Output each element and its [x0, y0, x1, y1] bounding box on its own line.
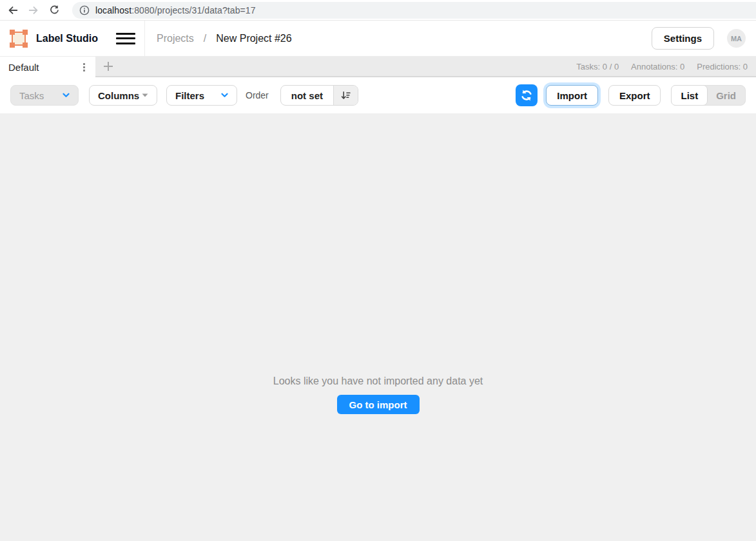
- filters-dropdown[interactable]: Filters: [166, 85, 237, 106]
- sync-icon: [520, 89, 533, 102]
- data-manager-toolbar: Tasks Columns Filters Order not set: [0, 77, 756, 113]
- project-counters: Tasks: 0 / 0 Annotations: 0 Predictions:…: [576, 62, 756, 71]
- app-title: Label Studio: [36, 33, 98, 44]
- header-divider: [144, 21, 145, 57]
- reload-icon: [49, 5, 60, 15]
- go-to-import-button[interactable]: Go to import: [337, 395, 420, 414]
- caret-down-icon: [142, 93, 148, 97]
- tasks-dropdown[interactable]: Tasks: [10, 85, 79, 106]
- browser-forward-button[interactable]: [26, 3, 41, 18]
- url-text: localhost:8080/projects/31/data?tab=17: [95, 5, 256, 15]
- kebab-icon[interactable]: [79, 61, 89, 73]
- menu-icon[interactable]: [116, 32, 135, 45]
- avatar[interactable]: MA: [727, 29, 746, 48]
- sort-desc-icon: [340, 90, 351, 101]
- order-value-dropdown[interactable]: not set: [281, 86, 333, 105]
- columns-dropdown-label: Columns: [98, 90, 139, 101]
- header-actions: Settings MA: [652, 27, 756, 50]
- import-button[interactable]: Import: [546, 85, 598, 106]
- forward-icon: [28, 5, 39, 16]
- back-icon: [7, 5, 19, 16]
- breadcrumb-projects-link[interactable]: Projects: [157, 33, 194, 44]
- chevron-down-icon: [221, 93, 228, 98]
- columns-dropdown[interactable]: Columns: [89, 85, 157, 106]
- browser-toolbar: localhost:8080/projects/31/data?tab=17: [0, 0, 756, 21]
- url-host: localhost: [95, 5, 131, 15]
- empty-state-message: Looks like you have not imported any dat…: [273, 375, 483, 387]
- data-manager-content: Looks like you have not imported any dat…: [0, 113, 756, 541]
- tasks-dropdown-label: Tasks: [19, 90, 44, 101]
- add-tab-button[interactable]: [95, 57, 121, 76]
- tab-default-label: Default: [8, 62, 39, 73]
- page-title: New Project #26: [216, 33, 291, 44]
- browser-back-button[interactable]: [5, 3, 21, 18]
- view-grid-button[interactable]: Grid: [707, 86, 745, 105]
- order-label: Order: [246, 90, 269, 100]
- label-studio-logo-icon: [10, 30, 28, 48]
- sort-direction-button[interactable]: [333, 86, 358, 105]
- page-info-icon[interactable]: [79, 5, 90, 15]
- app-header: Label Studio Projects / New Project #26 …: [0, 21, 756, 57]
- annotations-counter: Annotations: 0: [631, 62, 684, 71]
- predictions-counter: Predictions: 0: [697, 62, 748, 71]
- tab-default[interactable]: Default: [0, 57, 95, 77]
- refresh-button[interactable]: [516, 84, 538, 106]
- export-button[interactable]: Export: [608, 85, 661, 106]
- address-bar[interactable]: localhost:8080/projects/31/data?tab=17: [72, 2, 756, 19]
- tasks-counter: Tasks: 0 / 0: [576, 62, 619, 71]
- order-control: not set: [280, 85, 358, 106]
- label-studio-window: localhost:8080/projects/31/data?tab=17 L…: [0, 0, 756, 541]
- tab-strip: Tasks: 0 / 0 Annotations: 0 Predictions:…: [95, 57, 756, 77]
- view-list-button[interactable]: List: [671, 85, 708, 106]
- add-tab-icon: [102, 61, 114, 72]
- url-path: :8080/projects/31/data?tab=17: [131, 5, 255, 15]
- breadcrumb: Projects / New Project #26: [157, 33, 292, 44]
- chevron-down-icon: [63, 93, 70, 98]
- view-tabs-bar: Default Tasks: 0 / 0 Annotations: 0 Pred…: [0, 57, 756, 77]
- settings-button[interactable]: Settings: [652, 27, 714, 50]
- breadcrumb-separator: /: [204, 33, 206, 44]
- browser-reload-button[interactable]: [46, 3, 62, 18]
- view-mode-toggle: List Grid: [671, 85, 746, 106]
- filters-dropdown-label: Filters: [175, 90, 204, 101]
